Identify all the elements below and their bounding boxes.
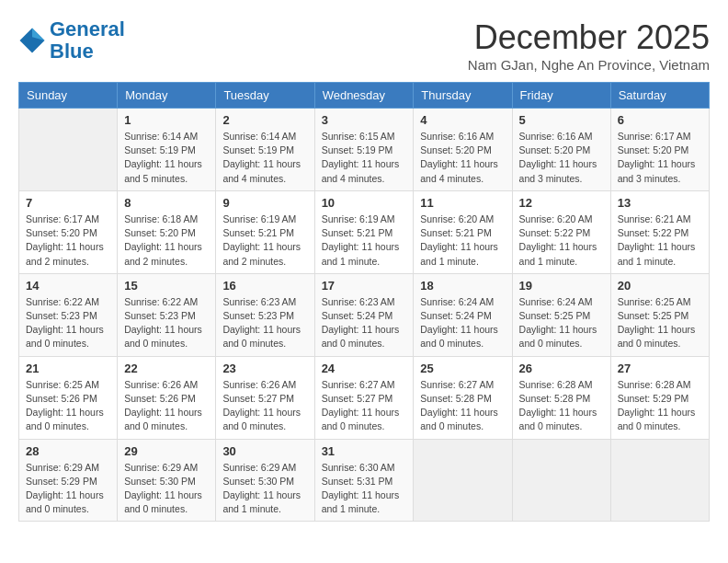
day-info: Sunrise: 6:25 AM Sunset: 5:26 PM Dayligh… [26, 378, 110, 434]
day-info: Sunrise: 6:19 AM Sunset: 5:21 PM Dayligh… [322, 213, 407, 269]
day-info: Sunrise: 6:26 AM Sunset: 5:26 PM Dayligh… [124, 378, 209, 434]
day-info: Sunrise: 6:16 AM Sunset: 5:20 PM Dayligh… [420, 130, 505, 186]
day-number: 15 [124, 279, 209, 293]
calendar-cell: 22Sunrise: 6:26 AM Sunset: 5:26 PM Dayli… [118, 356, 216, 439]
calendar-cell: 31Sunrise: 6:30 AM Sunset: 5:31 PM Dayli… [314, 439, 414, 522]
calendar-cell: 6Sunrise: 6:17 AM Sunset: 5:20 PM Daylig… [610, 109, 709, 191]
calendar-cell: 25Sunrise: 6:27 AM Sunset: 5:28 PM Dayli… [414, 356, 512, 439]
calendar-cell: 24Sunrise: 6:27 AM Sunset: 5:27 PM Dayli… [314, 356, 414, 439]
day-info: Sunrise: 6:24 AM Sunset: 5:25 PM Dayligh… [519, 295, 604, 351]
calendar-cell [414, 439, 512, 522]
day-number: 9 [222, 196, 307, 210]
day-number: 1 [124, 113, 209, 127]
day-number: 8 [124, 196, 209, 210]
day-number: 19 [519, 279, 604, 293]
calendar-cell: 12Sunrise: 6:20 AM Sunset: 5:22 PM Dayli… [512, 190, 610, 273]
day-number: 11 [420, 196, 505, 210]
calendar-body: 1Sunrise: 6:14 AM Sunset: 5:19 PM Daylig… [19, 109, 710, 522]
day-number: 31 [322, 444, 407, 458]
day-number: 23 [222, 362, 307, 375]
weekday-header-row: SundayMondayTuesdayWednesdayThursdayFrid… [19, 83, 710, 109]
day-info: Sunrise: 6:22 AM Sunset: 5:23 PM Dayligh… [124, 295, 209, 351]
day-info: Sunrise: 6:14 AM Sunset: 5:19 PM Dayligh… [124, 130, 209, 186]
calendar-cell [512, 439, 610, 522]
day-info: Sunrise: 6:28 AM Sunset: 5:28 PM Dayligh… [519, 378, 604, 434]
logo-icon [18, 27, 46, 54]
calendar-cell [19, 109, 118, 191]
calendar-cell: 5Sunrise: 6:16 AM Sunset: 5:20 PM Daylig… [512, 109, 610, 191]
day-number: 18 [420, 279, 505, 293]
weekday-header-monday: Monday [118, 83, 216, 109]
day-number: 28 [26, 444, 110, 458]
weekday-header-sunday: Sunday [19, 83, 118, 109]
day-info: Sunrise: 6:14 AM Sunset: 5:19 PM Dayligh… [222, 130, 307, 186]
calendar-cell: 4Sunrise: 6:16 AM Sunset: 5:20 PM Daylig… [414, 109, 512, 191]
calendar-cell: 18Sunrise: 6:24 AM Sunset: 5:24 PM Dayli… [414, 273, 512, 356]
calendar-cell: 13Sunrise: 6:21 AM Sunset: 5:22 PM Dayli… [610, 190, 709, 273]
day-info: Sunrise: 6:29 AM Sunset: 5:29 PM Dayligh… [26, 461, 110, 517]
day-number: 13 [618, 196, 702, 210]
day-number: 17 [322, 279, 407, 293]
calendar-week-3: 14Sunrise: 6:22 AM Sunset: 5:23 PM Dayli… [19, 273, 710, 356]
day-info: Sunrise: 6:23 AM Sunset: 5:24 PM Dayligh… [322, 295, 407, 351]
day-number: 25 [420, 362, 505, 375]
day-number: 7 [26, 196, 110, 210]
day-info: Sunrise: 6:20 AM Sunset: 5:22 PM Dayligh… [519, 213, 604, 269]
day-info: Sunrise: 6:15 AM Sunset: 5:19 PM Dayligh… [322, 130, 407, 186]
day-number: 24 [322, 362, 407, 375]
day-number: 6 [618, 113, 702, 127]
day-number: 4 [420, 113, 505, 127]
page-header: General Blue December 2025 Nam GJan, Ngh… [18, 18, 710, 73]
day-info: Sunrise: 6:29 AM Sunset: 5:30 PM Dayligh… [124, 461, 209, 517]
calendar-cell: 20Sunrise: 6:25 AM Sunset: 5:25 PM Dayli… [610, 273, 709, 356]
calendar-cell: 30Sunrise: 6:29 AM Sunset: 5:30 PM Dayli… [216, 439, 314, 522]
day-number: 26 [519, 362, 604, 375]
calendar-week-2: 7Sunrise: 6:17 AM Sunset: 5:20 PM Daylig… [19, 190, 710, 273]
calendar-cell: 27Sunrise: 6:28 AM Sunset: 5:29 PM Dayli… [610, 356, 709, 439]
day-info: Sunrise: 6:27 AM Sunset: 5:28 PM Dayligh… [420, 378, 505, 434]
weekday-header-wednesday: Wednesday [314, 83, 414, 109]
calendar-week-5: 28Sunrise: 6:29 AM Sunset: 5:29 PM Dayli… [19, 439, 710, 522]
calendar-cell: 17Sunrise: 6:23 AM Sunset: 5:24 PM Dayli… [314, 273, 414, 356]
day-number: 2 [222, 113, 307, 127]
calendar-cell: 19Sunrise: 6:24 AM Sunset: 5:25 PM Dayli… [512, 273, 610, 356]
day-number: 10 [322, 196, 407, 210]
calendar-cell: 14Sunrise: 6:22 AM Sunset: 5:23 PM Dayli… [19, 273, 118, 356]
calendar-cell: 26Sunrise: 6:28 AM Sunset: 5:28 PM Dayli… [512, 356, 610, 439]
day-info: Sunrise: 6:16 AM Sunset: 5:20 PM Dayligh… [519, 130, 604, 186]
calendar-cell: 11Sunrise: 6:20 AM Sunset: 5:21 PM Dayli… [414, 190, 512, 273]
calendar-cell: 28Sunrise: 6:29 AM Sunset: 5:29 PM Dayli… [19, 439, 118, 522]
weekday-header-tuesday: Tuesday [216, 83, 314, 109]
calendar-cell: 29Sunrise: 6:29 AM Sunset: 5:30 PM Dayli… [118, 439, 216, 522]
day-info: Sunrise: 6:24 AM Sunset: 5:24 PM Dayligh… [420, 295, 505, 351]
location: Nam GJan, Nghe An Province, Vietnam [468, 57, 710, 73]
day-number: 21 [26, 362, 110, 375]
calendar-week-1: 1Sunrise: 6:14 AM Sunset: 5:19 PM Daylig… [19, 109, 710, 191]
day-number: 22 [124, 362, 209, 375]
day-number: 5 [519, 113, 604, 127]
calendar-cell: 1Sunrise: 6:14 AM Sunset: 5:19 PM Daylig… [118, 109, 216, 191]
day-number: 3 [322, 113, 407, 127]
calendar-cell: 23Sunrise: 6:26 AM Sunset: 5:27 PM Dayli… [216, 356, 314, 439]
logo-text: General Blue [50, 18, 125, 63]
title-block: December 2025 Nam GJan, Nghe An Province… [468, 18, 710, 73]
day-info: Sunrise: 6:29 AM Sunset: 5:30 PM Dayligh… [222, 461, 307, 517]
day-info: Sunrise: 6:28 AM Sunset: 5:29 PM Dayligh… [618, 378, 702, 434]
day-info: Sunrise: 6:27 AM Sunset: 5:27 PM Dayligh… [322, 378, 407, 434]
calendar-cell: 15Sunrise: 6:22 AM Sunset: 5:23 PM Dayli… [118, 273, 216, 356]
day-number: 14 [26, 279, 110, 293]
calendar-week-4: 21Sunrise: 6:25 AM Sunset: 5:26 PM Dayli… [19, 356, 710, 439]
day-info: Sunrise: 6:25 AM Sunset: 5:25 PM Dayligh… [618, 295, 702, 351]
weekday-header-friday: Friday [512, 83, 610, 109]
calendar-table: SundayMondayTuesdayWednesdayThursdayFrid… [18, 82, 710, 522]
calendar-cell: 3Sunrise: 6:15 AM Sunset: 5:19 PM Daylig… [314, 109, 414, 191]
day-number: 20 [618, 279, 702, 293]
day-info: Sunrise: 6:17 AM Sunset: 5:20 PM Dayligh… [26, 213, 110, 269]
day-number: 27 [618, 362, 702, 375]
day-number: 29 [124, 444, 209, 458]
day-info: Sunrise: 6:21 AM Sunset: 5:22 PM Dayligh… [618, 213, 702, 269]
calendar-cell: 9Sunrise: 6:19 AM Sunset: 5:21 PM Daylig… [216, 190, 314, 273]
day-number: 30 [222, 444, 307, 458]
day-info: Sunrise: 6:30 AM Sunset: 5:31 PM Dayligh… [322, 461, 407, 517]
weekday-header-thursday: Thursday [414, 83, 512, 109]
